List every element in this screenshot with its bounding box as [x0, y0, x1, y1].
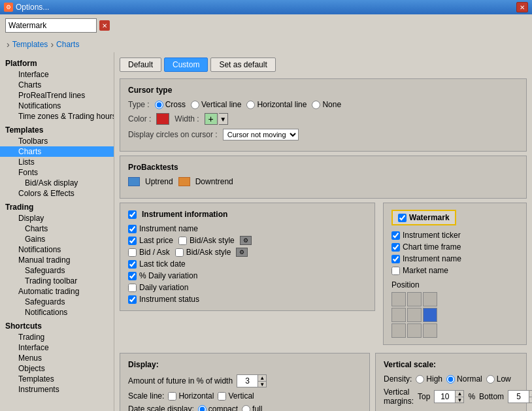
chk-vertical[interactable]: Vertical	[218, 391, 254, 401]
close-button[interactable]: ✕	[516, 2, 528, 12]
color-width-row: Color : Width : + ▼	[128, 113, 518, 125]
pos-cell-1[interactable]	[407, 292, 422, 306]
chk-daily-variation[interactable]: Daily variation	[128, 283, 367, 292]
radio-full[interactable]: full	[242, 404, 262, 411]
radio-low[interactable]: Low	[486, 374, 511, 384]
sidebar-item-fonts[interactable]: Fonts	[0, 167, 114, 178]
sidebar-item-manual-trading[interactable]: Manual trading	[0, 255, 114, 265]
radio-horizontal-line[interactable]: Horizontal line	[246, 100, 307, 109]
width-label: Width :	[175, 114, 199, 123]
sidebar-item-menus[interactable]: Menus	[0, 353, 114, 363]
future-row: Amount of future in % of width ▲ ▼	[128, 374, 361, 387]
sidebar-item-trading-toolbar[interactable]: Trading toolbar	[0, 276, 114, 286]
top-input[interactable]	[434, 390, 455, 403]
scale-line-label: Scale line:	[128, 391, 164, 401]
date-scale-label: Date scale display:	[128, 404, 194, 411]
sidebar-item-colors-effects[interactable]: Colors & Effects	[0, 188, 114, 199]
chk-bid-ask[interactable]: Bid / Ask	[128, 248, 170, 257]
instrument-info-checkbox[interactable]	[128, 210, 137, 219]
sidebar-item-notifications-trading[interactable]: Notifications	[0, 244, 114, 255]
breadcrumb: › Templates › Charts	[0, 37, 532, 52]
top-spin-down[interactable]: ▼	[455, 397, 464, 403]
future-spin-up[interactable]: ▲	[258, 374, 267, 381]
sidebar-item-display[interactable]: Display	[0, 213, 114, 223]
sidebar-item-bidask-display[interactable]: Bid/Ask display	[0, 178, 114, 188]
chk-bidask-style2[interactable]: Bid/Ask style	[175, 248, 231, 257]
chk-market-name[interactable]: Market name	[391, 266, 518, 275]
custom-button[interactable]: Custom	[164, 58, 208, 72]
bidask-icon1[interactable]: ⚙	[240, 236, 252, 245]
cursor-not-moving-select[interactable]: Cursor not moving Always Never	[223, 129, 299, 140]
radio-cross[interactable]: Cross	[155, 100, 186, 109]
width-dropdown-arrow[interactable]: ▼	[219, 113, 228, 125]
position-section: Position	[391, 280, 518, 338]
chk-instrument-ticker[interactable]: Instrument ticker	[391, 231, 518, 240]
pos-cell-4[interactable]	[407, 308, 422, 322]
sidebar-item-interface-shortcut[interactable]: Interface	[0, 342, 114, 353]
sidebar-item-prorealtrend[interactable]: ProRealTrend lines	[0, 90, 114, 101]
chk-instrument-status[interactable]: Instrument status	[128, 295, 367, 304]
content-area: Default Custom Set as default Cursor typ…	[114, 52, 532, 411]
sidebar-item-objects[interactable]: Objects	[0, 363, 114, 374]
sidebar-item-safeguards-auto[interactable]: Safeguards	[0, 297, 114, 307]
date-scale-row: Date scale display: compact full	[128, 404, 361, 411]
chk-chart-time-frame[interactable]: Chart time frame	[391, 242, 518, 252]
pos-cell-2[interactable]	[423, 292, 437, 306]
bidask-icon2[interactable]: ⚙	[236, 248, 248, 257]
radio-none[interactable]: None	[312, 100, 341, 109]
sidebar-item-templates-shortcut[interactable]: Templates	[0, 374, 114, 384]
sidebar-item-trading-shortcut[interactable]: Trading	[0, 332, 114, 342]
chk-bidask-style1[interactable]: Bid/Ask style	[178, 236, 235, 245]
bottom-spin-down[interactable]: ▼	[529, 397, 532, 403]
pos-cell-6[interactable]	[391, 323, 406, 338]
radio-compact[interactable]: compact	[198, 404, 238, 411]
search-input[interactable]: Watermark	[5, 18, 97, 33]
sidebar-item-charts-templates[interactable]: Charts	[0, 146, 114, 157]
bottom-input[interactable]	[508, 390, 529, 403]
chk-instrument-name[interactable]: Instrument name	[128, 224, 367, 233]
breadcrumb-charts[interactable]: Charts	[56, 40, 79, 49]
sidebar-item-charts-platform[interactable]: Charts	[0, 80, 114, 90]
default-button[interactable]: Default	[120, 58, 161, 72]
pos-cell-0[interactable]	[391, 292, 406, 306]
future-input[interactable]	[237, 374, 258, 387]
pos-cell-5[interactable]	[423, 308, 437, 322]
radio-normal[interactable]: Normal	[446, 374, 482, 384]
sidebar-item-instruments[interactable]: Instruments	[0, 384, 114, 395]
chk-horizontal[interactable]: Horizontal	[168, 391, 214, 401]
color-swatch[interactable]	[156, 113, 169, 125]
chk-last-price[interactable]: Last price	[128, 236, 173, 245]
instrument-info-title: Instrument information	[142, 210, 227, 219]
chk-instrument-name-wm[interactable]: Instrument name	[391, 254, 518, 263]
probacktests-title: ProBacktests	[128, 163, 518, 172]
breadcrumb-templates[interactable]: Templates	[12, 40, 48, 49]
radio-vertical-line[interactable]: Vertical line	[191, 100, 241, 109]
sidebar-item-charts-trading[interactable]: Charts	[0, 223, 114, 234]
instrument-info-col: Instrument information Instrument name L…	[120, 203, 375, 349]
sidebar-item-automatic-trading[interactable]: Automatic trading	[0, 286, 114, 297]
bottom-spin-up[interactable]: ▲	[529, 390, 532, 397]
sidebar-item-lists[interactable]: Lists	[0, 157, 114, 167]
sidebar-item-timezones[interactable]: Time zones & Trading hours	[0, 111, 114, 122]
pos-cell-8[interactable]	[423, 323, 437, 338]
width-control: + ▼	[205, 113, 228, 125]
sidebar-item-safeguards-manual[interactable]: Safeguards	[0, 265, 114, 276]
radio-high[interactable]: High	[416, 374, 442, 384]
type-label: Type :	[128, 100, 150, 109]
sidebar-item-gains[interactable]: Gains	[0, 234, 114, 244]
plus-icon[interactable]: +	[205, 113, 218, 125]
sidebar-item-toolbars[interactable]: Toolbars	[0, 136, 114, 146]
pos-cell-7[interactable]	[407, 323, 422, 338]
sidebar-item-interface[interactable]: Interface	[0, 69, 114, 80]
sidebar-item-notifications-platform[interactable]: Notifications	[0, 101, 114, 111]
set-default-button[interactable]: Set as default	[210, 58, 275, 72]
chk-last-tick-date[interactable]: Last tick date	[128, 259, 367, 269]
future-spin-down[interactable]: ▼	[258, 381, 267, 387]
pct-label1: %	[468, 392, 475, 401]
sidebar-item-notifications-auto[interactable]: Notifications	[0, 307, 114, 318]
top-spin-up[interactable]: ▲	[455, 390, 464, 397]
pos-cell-3[interactable]	[391, 308, 406, 322]
search-clear-button[interactable]: ✕	[99, 20, 110, 31]
watermark-checkbox[interactable]	[398, 214, 407, 222]
chk-pct-daily-variation[interactable]: % Daily variation	[128, 271, 367, 280]
